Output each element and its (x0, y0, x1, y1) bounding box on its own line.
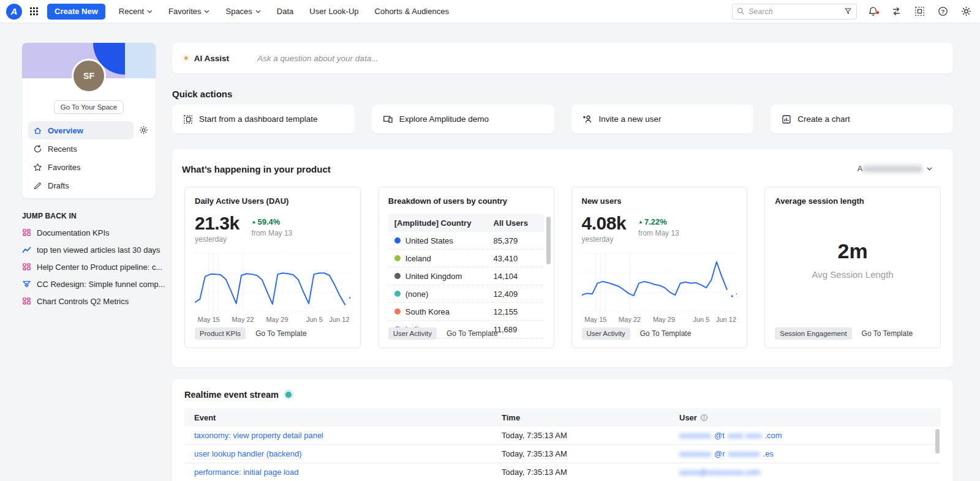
project-filter-dropdown[interactable]: Axxxxxxxxxxxxxxx (858, 164, 932, 173)
search-input[interactable] (748, 7, 840, 16)
apps-grid-icon[interactable] (29, 7, 39, 16)
dau-delta: ▲59.4% (252, 217, 293, 226)
user-email-fragment: @t (714, 431, 725, 440)
new-users-go-to-template-link[interactable]: Go To Template (640, 329, 692, 338)
session-go-to-template-link[interactable]: Go To Template (862, 329, 913, 338)
nav-data[interactable]: Data (277, 7, 293, 16)
page: { "colors": { "accent_blue":"#2065f0", "… (0, 0, 980, 481)
search-box[interactable] (732, 4, 857, 20)
chevron-down-icon (204, 10, 209, 13)
jump-back-item[interactable]: Chart Controls Q2 Metrics (22, 297, 167, 306)
nav-cohorts-audiences[interactable]: Cohorts & Audiences (375, 7, 449, 16)
sidebar-item-drafts[interactable]: Drafts (28, 176, 149, 195)
dau-x-axis: May 15May 22May 29Jun 5Jun 12 (195, 316, 350, 326)
help-icon[interactable]: ? (938, 6, 948, 17)
redacted-user-text: xxxxxxxx (679, 449, 711, 458)
nav-favorites[interactable]: Favorites (168, 7, 209, 16)
pathways-swap-icon[interactable] (891, 6, 902, 17)
session-tag[interactable]: Session Engagement (775, 327, 851, 340)
bar-chart-icon (782, 114, 791, 124)
invite-user-icon (582, 114, 593, 124)
create-new-button[interactable]: Create New (47, 4, 105, 20)
country-users-value: 12,409 (494, 289, 538, 299)
new-users-x-axis: May 15May 22May 29Jun 5Jun 12 (582, 316, 737, 326)
event-user-link[interactable]: xxxxxxxx@txxxx xxxx.com (679, 431, 941, 440)
country-users-value: 11,689 (494, 325, 538, 334)
realtime-event-stream-panel: Realtime event stream Event Time User ta… (172, 379, 953, 481)
quick-action-template[interactable]: Start from a dashboard template (172, 105, 355, 133)
info-icon[interactable] (700, 414, 708, 422)
top-navigation: A Create New Recent Favorites Spaces Dat… (0, 0, 980, 23)
country-row[interactable]: (none)12,409 (388, 285, 544, 303)
user-col-header: User (679, 413, 941, 422)
sidebar-item-favorites[interactable]: Favorites (28, 158, 149, 176)
dau-tag[interactable]: Product KPIs (195, 327, 246, 340)
dau-go-to-template-link[interactable]: Go To Template (255, 329, 307, 338)
event-link[interactable]: performance: initial page load (184, 468, 502, 477)
event-user-link[interactable]: xxxxxxxx@rxxxxxxxx.es (679, 449, 941, 458)
event-time: Today, 7:35:13 AM (502, 449, 679, 458)
country-row[interactable]: United Kingdom14,104 (388, 267, 544, 285)
event-time: Today, 7:35:13 AM (502, 468, 679, 477)
dashboard-icon (22, 263, 31, 272)
event-link[interactable]: user lookup handler (backend) (184, 449, 502, 458)
chevron-down-icon (147, 10, 153, 13)
quick-action-label: Invite a new user (599, 114, 662, 124)
new-users-tag[interactable]: User Activity (582, 327, 630, 340)
filter-icon[interactable] (844, 7, 852, 15)
jump-back-item[interactable]: Help Center to Product pipeline: c... (22, 263, 167, 272)
jump-back-item[interactable]: Documentation KPIs (22, 228, 167, 237)
product-panel: What’s happening in your product Axxxxxx… (172, 149, 953, 367)
nav-user-look-up[interactable]: User Look-Up (309, 7, 358, 16)
star-icon (33, 163, 42, 172)
event-link[interactable]: taxonomy: view property detail panel (184, 431, 502, 440)
country-row[interactable]: South Korea12,155 (388, 303, 544, 321)
country-go-to-template-link[interactable]: Go To Template (447, 329, 498, 338)
country-name: United Kingdom (405, 272, 462, 281)
quick-actions-row: Start from a dashboard templateExplore A… (172, 105, 953, 133)
avatar[interactable]: SF (72, 59, 106, 93)
go-to-your-space-button[interactable]: Go To Your Space (54, 100, 124, 114)
country-tag[interactable]: User Activity (388, 327, 437, 340)
nav-spaces[interactable]: Spaces (225, 7, 260, 16)
new-users-line-chart[interactable] (582, 252, 737, 312)
country-table-scrollbar[interactable] (546, 217, 551, 264)
session-length-card: Average session length 2m Avg Session Le… (764, 187, 941, 348)
delta-up-icon: ▲ (252, 219, 257, 225)
all-users-col-header: All Users (494, 218, 538, 228)
dashboard-icon (22, 297, 31, 306)
dau-value-label: yesterday (195, 235, 239, 244)
settings-gear-icon[interactable] (961, 6, 971, 17)
event-table-scrollbar[interactable] (935, 429, 940, 453)
event-user-link[interactable]: xxxxx@xxxxxxxxx.com (679, 468, 941, 477)
event-col-header: Event (184, 413, 502, 422)
event-row: taxonomy: view property detail panelToda… (184, 427, 941, 445)
x-tick-label: May 15 (198, 316, 220, 323)
sidebar-item-overview[interactable]: Overview (28, 121, 149, 140)
quick-action-chart[interactable]: Create a chart (771, 105, 953, 133)
series-color-dot (394, 255, 401, 261)
nav-recent[interactable]: Recent (119, 7, 153, 16)
x-tick-label: May 29 (653, 316, 675, 323)
notifications-bell-icon[interactable] (868, 6, 878, 17)
line-chart-icon (22, 245, 31, 255)
overview-settings-gear-icon[interactable] (139, 125, 148, 135)
pencil-icon (33, 181, 42, 190)
jump-back-item-label: Help Center to Product pipeline: c... (37, 263, 162, 272)
jump-back-item[interactable]: CC Redesign: Simple funnel comp... (22, 280, 167, 289)
redacted-user-text: xxxxxxxx (679, 431, 711, 440)
ai-assist-bar[interactable]: ✶ AI Assist Ask a question about your da… (172, 43, 953, 73)
sidebar-item-recents[interactable]: Recents (28, 140, 149, 158)
frame-select-icon[interactable] (914, 6, 925, 17)
dau-line-chart[interactable] (195, 252, 350, 312)
country-row[interactable]: Iceland43,410 (388, 250, 544, 267)
country-name: Iceland (405, 254, 431, 263)
jump-back-in-section: JUMP BACK IN Documentation KPIstop ten v… (22, 212, 167, 306)
country-row[interactable]: United States85,379 (388, 232, 544, 250)
quick-action-invite[interactable]: Invite a new user (571, 105, 754, 133)
chevron-down-icon (255, 10, 261, 13)
amplitude-logo-icon[interactable]: A (6, 4, 22, 20)
jump-back-item[interactable]: top ten viewed articles last 30 days (22, 245, 167, 255)
quick-action-demo[interactable]: Explore Amplitude demo (372, 105, 554, 133)
country-users-value: 14,104 (494, 272, 538, 281)
